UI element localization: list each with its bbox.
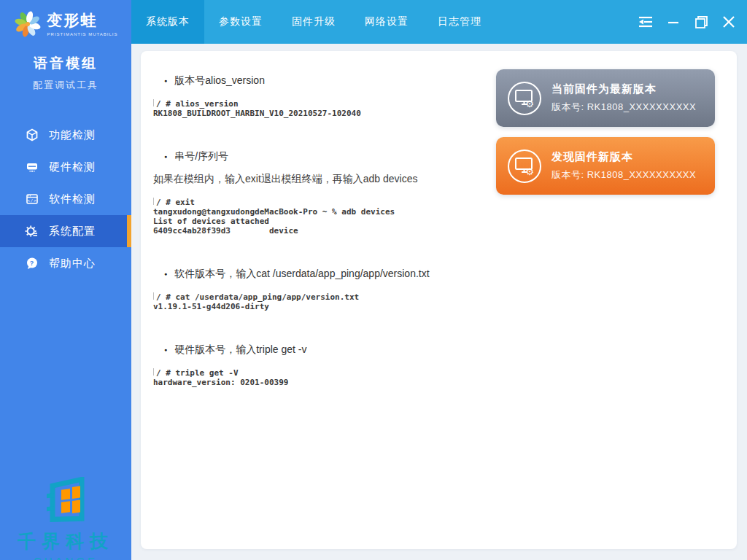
sidebar-item-软件检测[interactable]: </>软件检测 [0,183,131,215]
svg-text:?: ? [29,260,34,267]
maximize-button[interactable] [693,14,709,30]
pinwheel-logo-icon [14,9,42,38]
module-header: 语音模组 配置调试工具 [0,54,131,92]
company-watermark: 千界科技 —CHANGE— [0,477,131,560]
close-icon [722,15,735,28]
sidebar-item-功能检测[interactable]: 功能检测 [0,119,131,151]
doc-section: 硬件版本号，输入triple get -v/ # triple get -Vha… [153,342,737,387]
code-line: tangxudong@tangxudongdeMacBook-Pro ~ % a… [153,207,737,217]
tab-网络设置[interactable]: 网络设置 [350,0,423,44]
code-line: v1.19.1-51-g44d206-dirty [153,302,737,311]
bullet-item: 软件版本号，输入cat /userdata/app_ping/app/versi… [164,266,737,283]
tab-固件升级[interactable]: 固件升级 [277,0,350,44]
cube-icon [25,128,39,142]
firmware-card-gray[interactable]: ⚙当前固件为最新版本版本号: RK1808_XXXXXXXXXX [496,69,715,127]
svg-text:⚙: ⚙ [525,98,534,109]
code-line: / # triple get -V [153,368,737,378]
app-logo: 变形蛙 PRISTIMANTIS MUTABILIS [0,9,131,38]
collapse-menu-button[interactable] [638,14,654,30]
tab-日志管理[interactable]: 日志管理 [423,0,496,44]
sidebar-item-帮助中心[interactable]: ?帮助中心 [0,247,131,279]
watermark-name: 千界科技 [0,529,131,553]
header: 系统版本参数设置固件升级网络设置日志管理 [131,0,747,44]
close-button[interactable] [721,14,737,30]
company-logo-icon [42,477,89,525]
tab-参数设置[interactable]: 参数设置 [204,0,277,44]
content-area: 版本号alios_version/ # alios_versionRK1808_… [131,44,747,560]
app-tagline: PRISTIMANTIS MUTABILIS [47,32,118,36]
sidebar-item-label: 硬件检测 [49,160,96,174]
card-text: 发现固件新版本版本号: RK1808_XXXXXXXXXX [551,150,696,182]
doc-section: 软件版本号，输入cat /userdata/app_ping/app/versi… [153,266,737,311]
code-line: 6409cc4ab28f39d3 device [153,226,737,236]
code-block: / # cat /userdata/app_ping/app/version.t… [153,292,737,311]
sidebar: 变形蛙 PRISTIMANTIS MUTABILIS 语音模组 配置调试工具 功… [0,0,131,560]
sidebar-item-label: 软件检测 [49,192,96,206]
sidebar-item-label: 功能检测 [49,128,96,142]
code-line: List of devices attached [153,217,737,226]
watermark-sub: —CHANGE— [0,555,131,560]
firmware-monitor-icon: ⚙ [508,149,541,183]
tab-bar: 系统版本参数设置固件升级网络设置日志管理 [131,0,496,44]
bullet-item: 硬件版本号，输入triple get -v [164,342,737,359]
tab-系统版本[interactable]: 系统版本 [131,0,204,44]
minimize-icon [667,15,680,28]
app-name: 变形蛙 [47,10,118,31]
card-subtitle: 版本号: RK1808_XXXXXXXXXX [551,168,696,182]
code-window-icon: </> [25,192,39,206]
module-subtitle: 配置调试工具 [0,79,131,92]
sidebar-nav: 功能检测硬件检测</>软件检测系统配置?帮助中心 [0,119,131,279]
firmware-card-orange[interactable]: ⚙发现固件新版本版本号: RK1808_XXXXXXXXXX [496,137,715,195]
code-line: hardware_version: 0201-00399 [153,378,737,387]
collapse-menu-icon [638,15,653,28]
minimize-button[interactable] [665,14,681,30]
code-line: / # cat /userdata/app_ping/app/version.t… [153,292,737,302]
hardware-icon [25,160,39,174]
sidebar-item-硬件检测[interactable]: 硬件检测 [0,151,131,183]
gear-icon [25,225,39,238]
card-text: 当前固件为最新版本版本号: RK1808_XXXXXXXXXX [551,82,696,114]
help-icon: ? [25,257,39,271]
maximize-icon [694,15,708,29]
firmware-cards: ⚙当前固件为最新版本版本号: RK1808_XXXXXXXXXX⚙发现固件新版本… [496,69,715,205]
svg-text:</>: </> [27,198,36,203]
card-title: 发现固件新版本 [551,150,696,164]
firmware-monitor-icon: ⚙ [508,82,541,115]
card-title: 当前固件为最新版本 [551,82,696,96]
code-block: / # triple get -Vhardware_version: 0201-… [153,368,737,387]
content-panel: 版本号alios_version/ # alios_versionRK1808_… [141,51,737,549]
sidebar-item-label: 帮助中心 [49,257,96,271]
app-window: 变形蛙 PRISTIMANTIS MUTABILIS 语音模组 配置调试工具 功… [0,0,747,560]
window-controls [638,0,737,44]
svg-text:⚙: ⚙ [525,166,534,177]
card-subtitle: 版本号: RK1808_XXXXXXXXXX [551,101,696,114]
module-title: 语音模组 [0,54,131,73]
sidebar-item-系统配置[interactable]: 系统配置 [0,215,131,247]
sidebar-item-label: 系统配置 [49,225,96,238]
